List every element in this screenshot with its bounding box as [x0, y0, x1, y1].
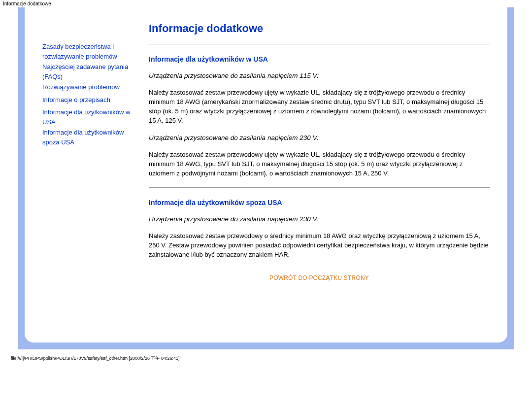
- sidebar-link-regulations[interactable]: Informacje o przepisach: [42, 96, 110, 103]
- sidebar-link-nonusa-users[interactable]: Informacje dla użytkowników spoza USA: [42, 129, 124, 146]
- paragraph-115v: Należy zastosować zestaw przewodowy ujęt…: [149, 88, 490, 125]
- subheading-230v-nonusa: Urządzenia przystosowane do zasilania na…: [149, 215, 490, 223]
- sidebar-link-troubleshooting[interactable]: Rozwiązywanie problemów: [42, 83, 120, 91]
- sidebar-link-faqs[interactable]: Najczęściej zadawane pytania (FAQs): [42, 63, 128, 80]
- back-to-top-link[interactable]: POWRÓT DO POCZĄTKU STRONY: [269, 274, 369, 281]
- back-to-top-wrapper: POWRÓT DO POCZĄTKU STRONY: [149, 274, 490, 281]
- outer-frame: Zasady bezpieczeństwa i rozwiązywanie pr…: [18, 7, 514, 349]
- browser-title: Informacje dodatkowe: [0, 0, 532, 7]
- section-heading-nonusa: Informacje dla użytkowników spoza USA: [149, 199, 490, 206]
- footer-file-path: file:///I|/PHILIPS/polish/POLISH/170V9/s…: [0, 353, 532, 366]
- inner-panel: Zasady bezpieczeństwa i rozwiązywanie pr…: [25, 7, 507, 342]
- sidebar-link-usa-users[interactable]: Informacje dla użytkowników w USA: [42, 108, 130, 126]
- divider: [149, 44, 490, 44]
- main-content: Informacje dodatkowe Informacje dla użyt…: [149, 22, 490, 318]
- divider: [149, 187, 490, 188]
- subheading-115v: Urządzenia przystosowane do zasilania na…: [149, 72, 490, 79]
- paragraph-230v-usa: Należy zastosować zestaw przewodowy ujęt…: [149, 150, 490, 178]
- sidebar-nav: Zasady bezpieczeństwa i rozwiązywanie pr…: [42, 22, 136, 318]
- paragraph-230v-nonusa: Należy zastosować zestaw przewodowy o śr…: [149, 232, 490, 260]
- subheading-230v-usa: Urządzenia przystosowane do zasilania na…: [149, 134, 490, 141]
- sidebar-link-safety[interactable]: Zasady bezpieczeństwa i rozwiązywanie pr…: [42, 43, 117, 60]
- page-title: Informacje dodatkowe: [149, 22, 490, 35]
- section-heading-usa: Informacje dla użytkowników w USA: [149, 55, 490, 63]
